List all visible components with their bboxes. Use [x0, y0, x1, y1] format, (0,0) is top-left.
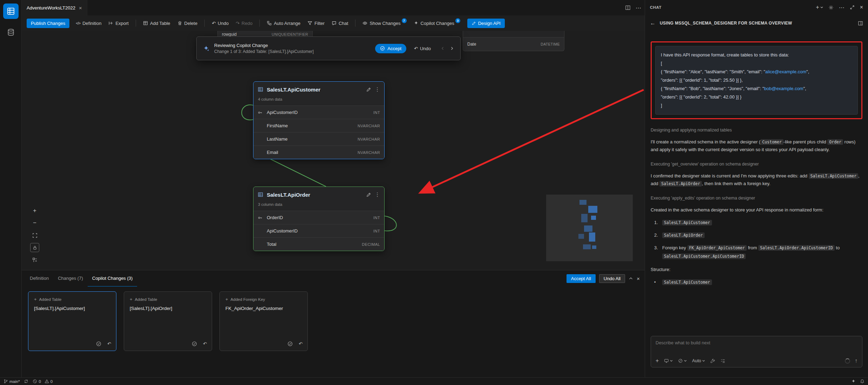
- open-in-editor-icon[interactable]: [858, 21, 863, 26]
- zoom-in-button[interactable]: +: [30, 206, 39, 215]
- table-row[interactable]: ApiCustomerID INT: [253, 106, 384, 119]
- add-table-button[interactable]: Add Table: [140, 19, 174, 28]
- accept-all-button[interactable]: Accept All: [567, 274, 596, 283]
- table-row[interactable]: LastName NVARCHAR: [253, 132, 384, 146]
- undo-change-button[interactable]: ↶ Undo: [411, 44, 434, 53]
- toolbar-separator: [355, 20, 355, 27]
- collapse-panel-icon[interactable]: [629, 276, 633, 281]
- delete-button[interactable]: Delete: [174, 19, 201, 28]
- assistant-status-text: Designing and applying normalized tables: [651, 128, 862, 133]
- table-row[interactable]: Total DECIMAL: [253, 237, 384, 251]
- reset-layout-button[interactable]: [30, 255, 39, 264]
- activity-item-schema-designer[interactable]: [3, 4, 19, 19]
- export-button[interactable]: Export: [105, 19, 132, 28]
- send-icon[interactable]: ↑: [855, 358, 857, 364]
- split-editor-icon[interactable]: [625, 5, 631, 11]
- attach-context-icon[interactable]: +: [656, 358, 659, 364]
- git-branch-item[interactable]: main*: [4, 379, 20, 384]
- activity-item-schema-explorer[interactable]: [3, 25, 19, 40]
- user-message-line: [: [661, 59, 852, 68]
- chat-conversation[interactable]: I have this API response format, create …: [645, 32, 868, 332]
- table-row[interactable]: OrderID INT: [253, 211, 384, 224]
- table-menu-icon[interactable]: ⋮: [375, 86, 380, 93]
- gear-icon[interactable]: [828, 5, 834, 10]
- expand-panel-icon[interactable]: [850, 5, 855, 10]
- export-label: Export: [115, 21, 129, 26]
- column-type: INT: [373, 229, 380, 233]
- list-marker: 2.: [654, 231, 659, 239]
- pencil-icon: [472, 21, 476, 26]
- canvas-minimap[interactable]: [546, 195, 633, 261]
- branch-label: main*: [9, 379, 20, 384]
- partial-table-right[interactable]: Date DATETIME: [463, 31, 564, 51]
- model-picker[interactable]: Auto: [692, 358, 705, 363]
- screen-share-icon[interactable]: [664, 358, 673, 363]
- chat-button[interactable]: Chat: [328, 19, 352, 28]
- accept-change-icon[interactable]: [287, 341, 293, 346]
- tools-icon[interactable]: [710, 358, 715, 363]
- edit-table-icon[interactable]: [366, 192, 371, 197]
- publish-changes-button[interactable]: Publish Changes: [27, 19, 69, 28]
- table-row[interactable]: Email NVARCHAR: [253, 146, 384, 159]
- chat-input-field[interactable]: [656, 340, 857, 345]
- table-node-apicustomer[interactable]: SalesLT.ApiCustomer ⋮ 4 column data ApiC…: [253, 81, 385, 159]
- table-grid-icon: [7, 7, 15, 15]
- undo-all-button[interactable]: Undo All: [599, 274, 625, 283]
- fit-to-screen-button[interactable]: [30, 231, 39, 240]
- tab-changes[interactable]: Changes (7): [53, 270, 88, 286]
- undo-change-icon[interactable]: ↶: [107, 341, 111, 346]
- accept-change-button[interactable]: Accept: [375, 44, 406, 53]
- table-menu-icon[interactable]: ⋮: [375, 191, 380, 198]
- show-changes-button[interactable]: Show Changes 7: [359, 19, 410, 28]
- change-name: [SalesLT].[ApiOrder]: [130, 306, 206, 311]
- design-api-button[interactable]: Design API: [467, 19, 505, 28]
- table-node-apiorder[interactable]: SalesLT.ApiOrder ⋮ 3 column data OrderID…: [253, 187, 385, 251]
- accept-change-icon[interactable]: [96, 341, 101, 346]
- redo-button[interactable]: ↷ Redo: [232, 19, 256, 28]
- checklist-icon[interactable]: [720, 358, 725, 363]
- tab-copilot-changes[interactable]: Copilot Changes (3): [88, 270, 137, 286]
- copilot-status-icon[interactable]: [851, 379, 856, 384]
- change-card-foreign-key[interactable]: +Added Foreign Key FK_ApiOrder_ApiCustom…: [219, 291, 308, 351]
- close-panel-icon[interactable]: ×: [860, 4, 863, 11]
- previous-change-icon[interactable]: [441, 46, 445, 50]
- tab-close-icon[interactable]: ×: [79, 5, 82, 11]
- copilot-changes-button[interactable]: Copilot Changes 3: [410, 19, 464, 28]
- change-card-apiorder[interactable]: +Added Table [SalesLT].[ApiOrder] ↶: [124, 291, 212, 351]
- undo-change-icon[interactable]: ↶: [299, 341, 303, 346]
- copilot-sparkle-icon: [203, 45, 209, 52]
- sync-icon[interactable]: [24, 379, 28, 384]
- tab-definition[interactable]: Definition: [25, 270, 53, 286]
- lock-canvas-button[interactable]: [30, 243, 39, 252]
- more-actions-icon[interactable]: ⋯: [839, 4, 845, 11]
- filter-button[interactable]: Filter: [304, 19, 328, 28]
- accept-change-icon[interactable]: [192, 341, 197, 346]
- ordered-list-item: 3. Foreign key FK_ApiOrder_ApiCustomer f…: [651, 244, 862, 260]
- undo-change-icon[interactable]: ↶: [203, 341, 207, 346]
- change-card-apicustomer[interactable]: +Added Table [SalesLT].[ApiCustomer] ↶: [28, 291, 116, 351]
- definition-button[interactable]: </> Definition: [72, 19, 105, 28]
- mode-picker-icon[interactable]: [678, 358, 687, 363]
- list-marker: 1.: [654, 218, 659, 227]
- problems-item[interactable]: 0 0: [33, 379, 53, 384]
- table-row[interactable]: FirstName NVARCHAR: [253, 119, 384, 132]
- notifications-bell-icon[interactable]: [860, 379, 864, 384]
- chat-input-box[interactable]: + Auto ↑: [651, 336, 862, 367]
- next-change-icon[interactable]: [450, 46, 454, 50]
- chevron-down-icon: [820, 6, 823, 9]
- undo-button[interactable]: ↶ Undo: [208, 19, 232, 28]
- tab-adventureworks[interactable]: AdventureWorksLT2022 ×: [22, 0, 87, 15]
- table-row[interactable]: ApiCustomerID INT: [253, 224, 384, 237]
- change-name: FK_ApiOrder_ApiCustomer: [225, 306, 302, 311]
- close-panel-icon[interactable]: ×: [637, 276, 640, 282]
- list-item-text: Foreign key FK_ApiOrder_ApiCustomer from…: [662, 244, 862, 260]
- schema-canvas[interactable]: rowguid UNIQUEIDENTIFIER Date DATETIME R…: [22, 31, 645, 270]
- auto-arrange-button[interactable]: Auto Arrange: [263, 19, 304, 28]
- editor-area: AdventureWorksLT2022 × ⋯ Publish Changes…: [22, 0, 645, 377]
- back-icon[interactable]: ←: [650, 20, 656, 26]
- editor-more-actions-icon[interactable]: ⋯: [636, 5, 641, 11]
- new-chat-button[interactable]: +: [816, 4, 823, 11]
- edit-table-icon[interactable]: [366, 87, 371, 92]
- database-icon: [7, 28, 15, 36]
- zoom-out-button[interactable]: −: [30, 218, 39, 228]
